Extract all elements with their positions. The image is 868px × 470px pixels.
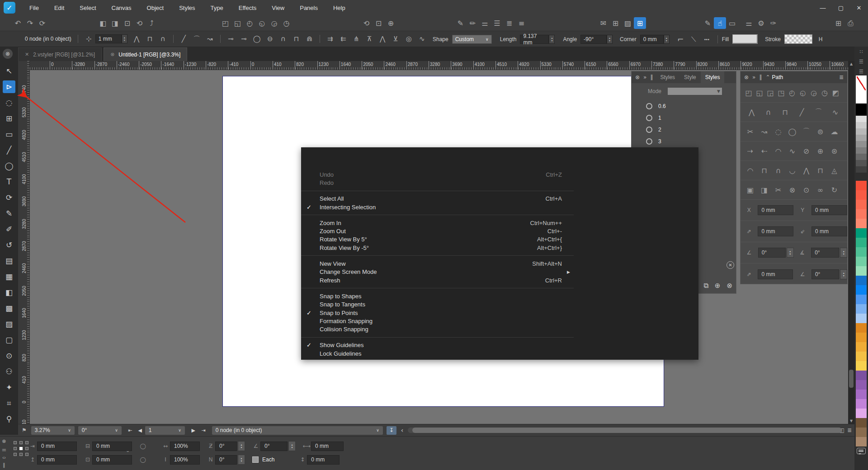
connect-path-icon[interactable]: ⋒ <box>303 33 316 44</box>
scrollbar-thumb[interactable] <box>412 428 842 433</box>
align-middle-icon[interactable]: ☰ <box>491 17 503 29</box>
compose-path-icon[interactable]: ✎ <box>454 17 467 29</box>
dock-grid-icon[interactable]: ∷ <box>854 47 868 56</box>
stroke-swatch[interactable] <box>784 34 812 44</box>
length-input[interactable]: 9.137 mm <box>520 35 549 44</box>
swatch-gray-3[interactable] <box>856 128 867 135</box>
smooth-node-icon[interactable]: ∩ <box>156 33 170 44</box>
line-tool[interactable]: ╱ <box>3 142 15 158</box>
flatten-arc-icon[interactable]: ⊓ <box>813 164 827 177</box>
menu-item[interactable]: Styles <box>171 0 203 15</box>
sharp-segment-icon[interactable]: ⋀ <box>743 105 760 119</box>
break-node-icon[interactable]: ⊓ <box>290 33 303 44</box>
context-menu-item[interactable]: New View Shift+Alt+N <box>301 259 574 268</box>
menu-item[interactable]: Effects <box>231 0 264 15</box>
anchor-cell[interactable] <box>14 441 17 444</box>
reload-icon[interactable]: ⟳ <box>36 17 48 29</box>
y-input[interactable]: 0 mm <box>811 205 847 215</box>
center-path-icon[interactable]: ⊕ <box>813 144 827 158</box>
discard-path-icon[interactable]: ⊘ <box>799 144 813 158</box>
arc-seg-icon[interactable]: ⌒ <box>810 105 827 119</box>
path-end-icon[interactable]: ⇠ <box>757 144 771 158</box>
lasso-tool[interactable]: ◌ <box>3 94 15 110</box>
styles-panel-tab[interactable]: Style <box>679 71 701 83</box>
style-width-option[interactable]: 1 <box>646 112 736 124</box>
sep[interactable] <box>220 35 221 43</box>
move-horizontal-input[interactable]: 0 mm <box>311 442 344 451</box>
bars-icon[interactable]: ⚌ <box>743 17 755 29</box>
first-page-icon[interactable]: ⇤ <box>125 428 135 433</box>
swatch-blue-2[interactable] <box>856 285 867 295</box>
spacing-stepper[interactable]: ▴▾ <box>122 34 127 43</box>
scroll-left-icon[interactable]: ‹ <box>401 427 404 434</box>
move-vertical-input[interactable]: 0 mm <box>307 455 340 465</box>
anchor-cell[interactable] <box>14 447 17 450</box>
gradient-tool[interactable]: ◧ <box>3 284 15 300</box>
context-menu-item[interactable]: Formation Snapping <box>301 317 574 325</box>
align-bottom-icon[interactable]: ≣ <box>503 17 515 29</box>
envelope-icon[interactable]: ✉ <box>597 17 609 29</box>
panel-menu-icon[interactable]: ≣ <box>839 74 844 80</box>
vertical-scrollbar[interactable]: ▲ ▼ <box>848 61 854 424</box>
swatch-purple-5[interactable] <box>856 409 867 418</box>
place-image-icon[interactable]: ⊡ <box>373 17 385 29</box>
swatch-orange-5[interactable] <box>856 361 867 371</box>
smooth-path-icon[interactable]: ∿ <box>415 33 429 44</box>
context-menu-item[interactable]: Zoom Out Ctrl+- <box>301 227 574 235</box>
swatch-gray-5[interactable] <box>856 141 867 147</box>
raise-arc-icon[interactable]: ∩ <box>771 164 785 177</box>
vertical-ruler[interactable]: 5740533049204510410036903280287024602050… <box>18 61 30 424</box>
swatch-blue-5[interactable] <box>856 314 867 323</box>
mesh-tool[interactable]: ▩ <box>3 300 15 316</box>
dashed-marquee-icon[interactable]: ▭ <box>726 17 738 29</box>
merge-icon[interactable]: ◩ <box>830 86 841 99</box>
swatch-brown-3[interactable] <box>856 437 867 446</box>
angle-stepper[interactable]: ▴▾ <box>840 248 847 258</box>
menu-item[interactable]: Select <box>72 0 104 15</box>
corner-stepper[interactable]: ▴▾ <box>664 35 670 44</box>
close-all-icon[interactable]: ⊗ <box>3 49 13 59</box>
arch-node-icon[interactable]: ⊓ <box>143 33 156 44</box>
rotate-object-icon[interactable]: ⊡ <box>121 17 133 29</box>
rotate-node-icon[interactable]: ◎ <box>402 33 415 44</box>
transform-tool[interactable]: ⟳ <box>3 189 15 205</box>
collapse-nodes-icon[interactable]: ⊼ <box>363 33 376 44</box>
spiral-tool[interactable]: ↺ <box>3 237 15 253</box>
blob-tool[interactable]: ⊙ <box>3 348 15 363</box>
exclude-icon[interactable]: ◳ <box>776 86 787 99</box>
node-tool[interactable]: ⊳ <box>3 80 15 93</box>
menu-item[interactable]: File <box>22 0 47 15</box>
curve-segment-icon[interactable]: ↝ <box>203 33 217 44</box>
wave-path-icon[interactable]: ∿ <box>785 144 799 158</box>
circle-arc-icon[interactable]: ◠ <box>771 144 785 158</box>
angle-stepper[interactable]: ▴▾ <box>607 35 613 44</box>
trim-icon[interactable]: ◵ <box>797 86 808 99</box>
rotate-copy-icon[interactable]: ⤴ <box>146 17 158 29</box>
subtract-icon[interactable]: ◱ <box>754 86 765 99</box>
styles-panel-tab[interactable]: Styles <box>656 71 679 83</box>
join-nodes-icon[interactable]: ∩ <box>277 33 290 44</box>
duplicate-path-icon[interactable]: ▣ <box>743 183 757 197</box>
menu-item[interactable]: Type <box>203 0 231 15</box>
roller-tool[interactable]: ▤ <box>3 253 15 268</box>
swatch-blue-4[interactable] <box>856 304 867 314</box>
mirror-horizontal-icon[interactable]: ◨ <box>109 17 121 29</box>
panel-close-icon[interactable]: ⊗ <box>2 438 6 444</box>
hatch-fill-icon[interactable]: ▨ <box>622 17 634 29</box>
swatch-purple-4[interactable] <box>856 399 867 409</box>
context-menu-item[interactable]: ✓ Intersecting Selection <box>301 203 574 211</box>
context-menu-item[interactable]: Undo Ctrl+Z <box>301 170 574 179</box>
swatch-purple-1[interactable] <box>856 371 867 380</box>
context-menu-item[interactable]: Rotate View By -5° Alt+Ctrl+} <box>301 244 574 252</box>
swatch-red-5[interactable] <box>856 219 867 228</box>
each-checkbox[interactable] <box>252 456 259 463</box>
frame-tool[interactable]: ▢ <box>3 332 15 348</box>
styles-panel-tab[interactable]: Styles <box>701 71 725 83</box>
skew-y-stepper[interactable]: ▴▾ <box>238 455 245 465</box>
redo-icon[interactable]: ↷ <box>24 17 36 29</box>
context-menu-item[interactable] <box>301 187 574 195</box>
height-input[interactable]: 0 mm <box>92 455 132 465</box>
stretch-ellipse-icon[interactable]: ◯ <box>785 125 799 138</box>
angle-stepper[interactable]: ▴▾ <box>787 248 794 258</box>
tab-close-icon[interactable]: ✕ <box>25 52 29 57</box>
